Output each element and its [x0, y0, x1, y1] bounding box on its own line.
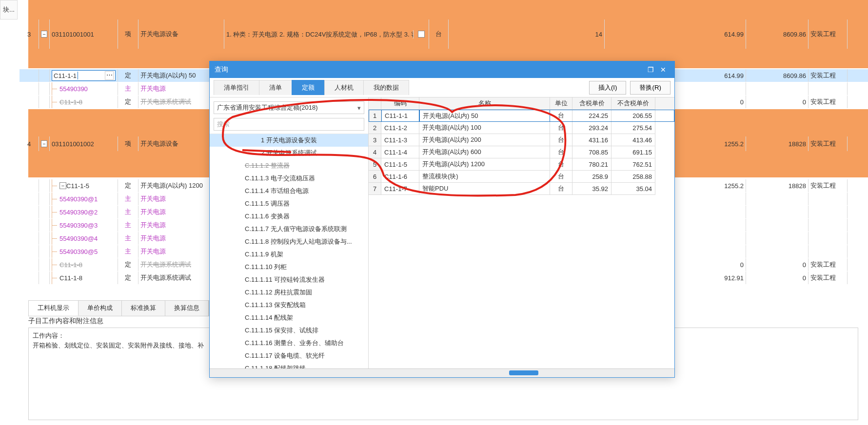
sub-category	[809, 193, 848, 205]
lookup-icon[interactable]: ⋯	[105, 71, 114, 80]
sub-code: − C11-1-5	[50, 179, 118, 192]
insert-button[interactable]: 插入(I)	[589, 81, 627, 95]
result-index: 2	[369, 122, 381, 134]
item-category: 安装工程	[809, 136, 848, 151]
category-item[interactable]: C.11.1.13 保安配线箱	[210, 299, 368, 311]
dialog-tab[interactable]: 人材机	[324, 80, 364, 95]
tab-std[interactable]: 标准换算	[122, 301, 165, 316]
result-price-notax: 275.54	[612, 122, 655, 134]
category-item[interactable]: C.11.1.14 配线架	[210, 311, 368, 324]
sub-category: 安装工程	[809, 179, 848, 192]
category-item[interactable]: C.11.1.5 调压器	[210, 197, 368, 210]
collapse-icon[interactable]: −	[41, 140, 47, 147]
result-unit: 台	[550, 134, 572, 146]
sub-type: 主	[118, 206, 138, 218]
result-row[interactable]: 5C11-1-5开关电源(A以内) 1200台780.21762.51	[369, 158, 674, 171]
result-price-notax: 762.51	[612, 158, 655, 171]
sub-category: 安装工程	[809, 271, 848, 284]
result-price-notax: 691.15	[612, 146, 655, 158]
col-code: 编码	[381, 97, 419, 110]
lookup-dialog: 查询 ❐ ✕ 清单指引清单定额人材机我的数据 插入(I) 替换(R) 广东省通用…	[209, 61, 675, 378]
category-item[interactable]: C.11.1.10 列柜	[210, 261, 368, 273]
tab-conv[interactable]: 换算信息	[165, 301, 209, 316]
result-name: 开关电源(A以内) 50	[419, 110, 550, 122]
result-name: 整流模块(块)	[419, 171, 550, 183]
category-item[interactable]: C.11.1.15 保安排、试线排	[210, 324, 368, 337]
result-code: C11-1-6	[381, 171, 419, 183]
dialog-tab[interactable]: 清单指引	[214, 80, 259, 95]
category-item[interactable]: C.11.1.3 电子交流稳压器	[210, 172, 368, 185]
dialog-titlebar[interactable]: 查询 ❐ ✕	[210, 61, 674, 78]
category-item[interactable]: C.11.1.18 配线架跳线	[210, 362, 368, 368]
norm-dropdown[interactable]: 广东省通用安装工程综合定额(2018)	[214, 101, 364, 114]
col-unit: 单位	[550, 97, 572, 110]
col-name: 名称	[419, 97, 550, 110]
row-index: 3	[20, 19, 39, 49]
replace-button[interactable]: 替换(R)	[630, 81, 671, 95]
result-row[interactable]: 3C11-1-3开关电源(A以内) 200台431.16413.46	[369, 134, 674, 146]
category-item[interactable]: C.11.1.11 可控硅铃流发生器	[210, 273, 368, 286]
maximize-icon[interactable]: ❐	[644, 64, 657, 75]
result-index: 7	[369, 183, 381, 195]
dialog-tab[interactable]: 定额	[292, 80, 325, 95]
col-price-tax: 含税单价	[572, 97, 612, 110]
item-qty: 14	[449, 19, 605, 49]
category-item[interactable]: C.11.1.9 机架	[210, 248, 368, 261]
category-item[interactable]: 1 开关电源设备安装	[210, 134, 368, 147]
result-unit: 台	[550, 146, 572, 158]
collapse-icon[interactable]: −	[41, 31, 47, 38]
category-item[interactable]: 2 开关电源系统调试	[210, 147, 368, 159]
checkbox[interactable]	[418, 31, 425, 38]
dialog-tab[interactable]: 我的数据	[363, 80, 409, 95]
close-icon[interactable]: ✕	[657, 64, 670, 75]
sub-code: C11-1-8	[50, 271, 118, 284]
category-item[interactable]: C.11.1.8 控制段内无人站电源设备与...	[210, 235, 368, 248]
dialog-tabs: 清单指引清单定额人材机我的数据	[214, 80, 409, 95]
category-item[interactable]: C.11.1.12 房柱抗震加固	[210, 286, 368, 299]
result-name: 开关电源(A以内) 600	[419, 146, 550, 158]
sub-category: 安装工程	[809, 96, 848, 108]
sub-category	[809, 232, 848, 245]
list-row[interactable]: 3 − 031101001001 项 开关电源设备 1. 种类：开关电源 2. …	[20, 19, 868, 49]
result-row[interactable]: 1C11-1-1开关电源(A以内) 50台224.25206.55	[369, 110, 674, 122]
category-tree[interactable]: 1 开关电源设备安装2 开关电源系统调试C.11.1.2 整流器C.11.1.3…	[210, 134, 368, 368]
tab-price[interactable]: 单价构成	[79, 301, 122, 316]
dialog-hscroll-thumb[interactable]	[509, 370, 538, 375]
category-item[interactable]: C.11.1.17 设备电缆、软光纤	[210, 349, 368, 362]
sub-type: 定	[118, 258, 138, 271]
code-edit-input[interactable]: C11-1-1⋯	[52, 70, 116, 81]
category-item[interactable]: C.11.1.4 市话组合电源	[210, 185, 368, 197]
category-item[interactable]: C.11.1.2 整流器	[210, 159, 368, 172]
result-header: 编码 名称 单位 含税单价 不含税单价	[369, 97, 674, 110]
sub-amount	[746, 232, 809, 245]
sub-amount	[746, 193, 809, 205]
tab-material[interactable]: 工料机显示	[29, 301, 79, 316]
dialog-tab[interactable]: 清单	[259, 80, 292, 95]
sub-type: 定	[118, 271, 138, 284]
sub-type: 主	[118, 193, 138, 205]
item-category: 安装工程	[809, 19, 848, 49]
sub-amount: 0	[746, 96, 809, 108]
result-row[interactable]: 7C11-1-7智能PDU台35.9235.04	[369, 183, 674, 195]
result-index: 4	[369, 146, 381, 158]
result-index: 1	[369, 110, 381, 122]
result-name: 开关电源(A以内) 1200	[419, 158, 550, 171]
result-code: C11-1-2	[381, 122, 419, 134]
result-code: C11-1-1	[381, 110, 419, 122]
category-item[interactable]: C.11.1.7 无人值守电源设备系统联测	[210, 223, 368, 235]
result-row[interactable]: 2C11-1-2开关电源(A以内) 100台293.24275.54	[369, 122, 674, 134]
detail-caption: 子目工作内容和附注信息	[28, 317, 103, 326]
result-row[interactable]: 6C11-1-6整流模块(块)台258.9258.88	[369, 171, 674, 183]
category-item[interactable]: C.11.1.6 变换器	[210, 210, 368, 223]
sub-code: C11-1-8	[50, 258, 118, 271]
result-row[interactable]: 4C11-1-4开关电源(A以内) 600台708.85691.15	[369, 146, 674, 158]
result-code: C11-1-4	[381, 146, 419, 158]
sub-code: 55490390@2	[50, 206, 118, 218]
category-item[interactable]: C.11.1.16 测量台、业务台、辅助台	[210, 337, 368, 349]
sub-category: 安装工程	[809, 258, 848, 271]
sub-type: 主	[118, 232, 138, 245]
item-code: 031101001001	[50, 19, 118, 49]
collapse-icon[interactable]: −	[59, 182, 66, 189]
search-input[interactable]: 搜索	[214, 118, 364, 131]
sub-amount: 0	[746, 271, 809, 284]
